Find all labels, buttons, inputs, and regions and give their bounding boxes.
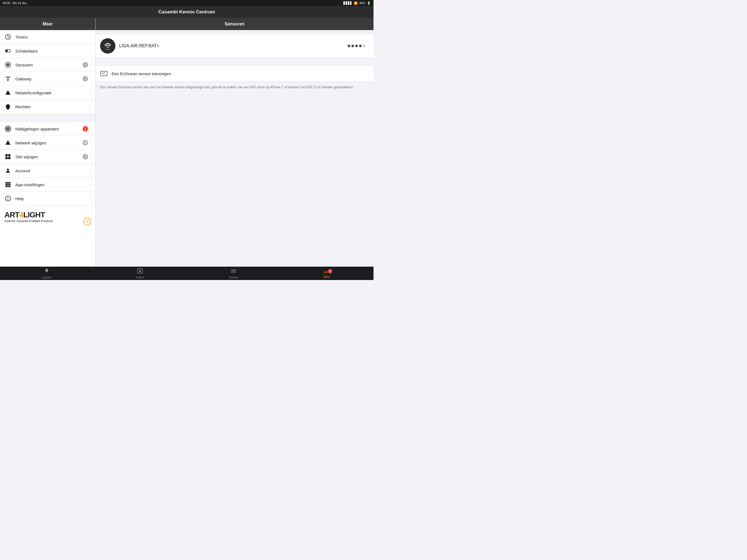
- nabijgelegen-label: Nabijgelegen apparaten: [15, 127, 83, 131]
- tab-galerij[interactable]: A Galerij: [94, 268, 187, 279]
- status-bar: 08:06 Wo 23 dec. ▋▋▋▋ 📶 98% 🔋: [0, 0, 374, 6]
- netwerkconfiguratie-label: Netwerkconfiguratie: [15, 91, 90, 95]
- svg-point-2: [6, 50, 8, 52]
- svg-rect-18: [5, 182, 7, 184]
- gateway-badge: 1: [83, 76, 88, 81]
- rechten-label: Rechten: [15, 104, 90, 109]
- sidebar-item-site-wijzigen[interactable]: Site wijzigen 1 ›: [0, 150, 96, 164]
- network-icon: [4, 89, 11, 96]
- sidebar-item-app-instellingen[interactable]: App-instellingen ›: [0, 178, 96, 192]
- scenes-label: Scènes: [229, 276, 238, 279]
- account-label: Account: [15, 169, 90, 173]
- gateway-icon: [4, 75, 11, 82]
- sidebar-section-1: Timers › Schakelaars ›: [0, 30, 96, 114]
- right-panel-header: Sensoren: [96, 18, 374, 30]
- svg-marker-8: [5, 90, 10, 95]
- meer-badge: 1: [328, 269, 332, 274]
- sidebar-separator-1: [0, 114, 96, 122]
- sidebar-item-help[interactable]: Help ›: [0, 192, 96, 206]
- grid-icon: [4, 153, 11, 160]
- sidebar-item-timers[interactable]: Timers ›: [0, 30, 96, 44]
- svg-point-31: [107, 47, 108, 48]
- lamp-icon: [44, 268, 50, 275]
- status-left: 08:06 Wo 23 dec.: [3, 1, 28, 5]
- add-sensor-label: Een EnOcean-sensor toevoegen: [111, 71, 368, 76]
- sensoren-badge: 1: [83, 62, 88, 68]
- date: Wo 23 dec.: [12, 1, 28, 5]
- svg-rect-38: [231, 272, 236, 273]
- switch-icon: [4, 47, 11, 54]
- svg-point-6: [7, 79, 9, 81]
- netwerk-wijzigen-label: Netwerk wijzigen: [15, 141, 83, 145]
- site-wijzigen-label: Site wijzigen: [15, 154, 83, 159]
- add-sensor-icon: [100, 70, 108, 77]
- nav-title-bar: Casambi Kennis Centrum: [0, 6, 374, 18]
- help-circle-icon[interactable]: ?: [83, 218, 91, 225]
- svg-rect-14: [8, 154, 10, 156]
- add-sensor-row[interactable]: Een EnOcean-sensor toevoegen ›: [96, 66, 374, 81]
- right-panel-content: Repeater LIGA.AIR.REP.BAT+ ›: [96, 30, 374, 266]
- sidebar-item-rechten[interactable]: Rechten ›: [0, 100, 96, 114]
- right-panel-title: Sensoren: [225, 22, 245, 27]
- tab-meer[interactable]: 1 Meer: [280, 269, 374, 278]
- sidebar-title: Meer: [43, 22, 53, 27]
- nearby-icon: [4, 125, 11, 132]
- dot-4: [359, 45, 362, 47]
- timers-label: Timers: [15, 35, 90, 40]
- sidebar-item-account[interactable]: Account ›: [0, 164, 96, 178]
- device-dots: [347, 45, 366, 47]
- status-right: ▋▋▋▋ 📶 98% 🔋: [343, 1, 371, 5]
- device-card[interactable]: Repeater LIGA.AIR.REP.BAT+ ›: [96, 34, 374, 58]
- svg-rect-16: [8, 157, 10, 159]
- sidebar-item-sensoren[interactable]: Sensoren 1 ›: [0, 58, 96, 72]
- svg-text:Repeater: Repeater: [106, 49, 110, 50]
- svg-rect-25: [7, 186, 9, 187]
- tab-bar: Lampen A Galerij Scènes 1: [0, 266, 374, 280]
- dot-2: [351, 45, 354, 47]
- battery: 98%: [359, 1, 365, 5]
- svg-rect-26: [9, 186, 10, 187]
- clock-icon: [4, 33, 11, 41]
- sidebar-item-nabijgelegen[interactable]: Nabijgelegen apparaten 1 ›: [0, 122, 96, 136]
- site-wijzigen-badge: 1: [83, 154, 88, 159]
- help-chevron: ›: [90, 196, 91, 201]
- apps-icon: [4, 181, 11, 188]
- dot-1: [347, 45, 350, 47]
- repeater-icon: Repeater: [103, 41, 113, 51]
- rechten-chevron: ›: [90, 104, 91, 109]
- gateway-chevron: ›: [90, 77, 91, 81]
- shield-icon: [4, 103, 11, 110]
- app-instellingen-label: App-instellingen: [15, 182, 90, 187]
- lampen-label: Lampen: [42, 276, 52, 279]
- nav-title: Casambi Kennis Centrum: [159, 9, 215, 15]
- site-wijzigen-chevron: ›: [90, 154, 91, 159]
- network2-icon: [4, 139, 11, 146]
- netwerk-wijzigen-badge: 40: [83, 140, 88, 146]
- account-chevron: ›: [90, 169, 91, 173]
- schakelaars-label: Schakelaars: [15, 49, 90, 53]
- sidebar-item-netwerk-wijzigen[interactable]: Netwerk wijzigen 40 ›: [0, 136, 96, 150]
- logo-sub: Importer Casambi Enabled Products: [4, 219, 91, 223]
- svg-point-17: [7, 169, 9, 171]
- sidebar-item-schakelaars[interactable]: Schakelaars ›: [0, 44, 96, 58]
- tab-scenes[interactable]: Scènes: [187, 268, 280, 279]
- nabijgelegen-badge: 1: [83, 126, 88, 131]
- svg-point-39: [324, 272, 325, 273]
- svg-rect-37: [231, 271, 236, 271]
- gallery-icon: A: [137, 268, 143, 275]
- sidebar-item-gateway[interactable]: Gateway 1 ›: [0, 72, 96, 86]
- schakelaars-chevron: ›: [90, 49, 91, 53]
- svg-rect-13: [5, 154, 8, 156]
- main-container: Meer Timers ›: [0, 18, 374, 266]
- tab-lampen[interactable]: Lampen: [0, 268, 94, 279]
- svg-rect-21: [5, 184, 7, 185]
- sidebar-item-netwerkconfiguratie[interactable]: Netwerkconfiguratie ›: [0, 86, 96, 100]
- svg-rect-19: [7, 182, 9, 184]
- svg-point-9: [7, 128, 9, 130]
- logo-4: 4: [19, 210, 24, 219]
- section-separator: [96, 58, 374, 66]
- add-sensor-info: Een nieuwe EnOcean-sensor kan aan het ne…: [96, 81, 374, 93]
- wifi-icon: 📶: [354, 1, 358, 5]
- sidebar-section-2: Nabijgelegen apparaten 1 › Netwerk wijzi…: [0, 122, 96, 206]
- info-icon: [4, 195, 11, 202]
